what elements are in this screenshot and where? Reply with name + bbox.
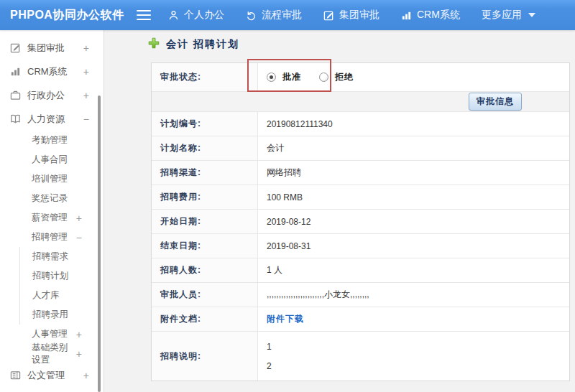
caret-down-icon [528, 13, 535, 17]
sidebar-item-attendance[interactable]: 考勤管理 [0, 131, 104, 150]
sidebar-item-hr[interactable]: 人力资源 − [0, 107, 104, 131]
sidebar-item-label: 人力资源 [27, 113, 65, 126]
row-label: 计划名称: [152, 136, 258, 160]
row-label: 审批人员: [152, 283, 258, 307]
row-value: ,,,,,,,,,,,,,,,,,,,,,,,,小龙女,,,,,,,, [258, 283, 569, 307]
sidebar-item-label: 人事合同 [32, 154, 68, 166]
sidebar-item-training[interactable]: 培训管理 [0, 169, 104, 189]
sidebar-item-crm[interactable]: CRM系统 + [0, 60, 104, 83]
radio-approve[interactable] [267, 73, 276, 82]
sidebar-item-admin-office[interactable]: 行政办公 + [0, 83, 104, 107]
bar-chart-icon [10, 66, 21, 77]
sidebar-item-label: 公文管理 [27, 369, 65, 382]
table-row-description: 招聘说明: 1 2 [152, 332, 569, 381]
sidebar-item-hr-contract[interactable]: 人事合同 [0, 150, 104, 169]
expand-plus-icon[interactable]: + [83, 90, 89, 101]
nav-item-group-approval[interactable]: 集团审批 [323, 9, 380, 22]
nav-item-more-apps[interactable]: 更多应用 [482, 9, 535, 22]
sidebar-item-talent-pool[interactable]: 人才库 [20, 286, 104, 305]
page-title: 会计 招聘计划 [166, 38, 239, 51]
history-icon [246, 10, 257, 21]
add-plus-icon[interactable] [148, 37, 160, 52]
radio-reject[interactable] [319, 73, 328, 82]
sidebar-item-label: CRM系统 [27, 65, 68, 78]
expand-plus-icon[interactable]: + [76, 348, 82, 360]
nav-item-label: 集团审批 [339, 9, 380, 22]
row-label: 计划编号: [152, 112, 258, 136]
expand-plus-icon[interactable]: + [76, 329, 82, 340]
nav-item-label: 个人办公 [184, 9, 224, 22]
sidebar-item-salary[interactable]: 薪资管理 + [0, 208, 104, 228]
expand-plus-icon[interactable]: + [83, 370, 89, 381]
description-line: 1 [267, 342, 272, 352]
table-row-cost: 招聘费用: 100 RMB [152, 185, 569, 210]
expand-plus-icon[interactable]: + [83, 66, 89, 78]
table-row-channel: 招聘渠道: 网络招聘 [152, 161, 569, 185]
table-row-approval-status: 审批状态: 批准 拒绝 [152, 63, 569, 92]
sidebar-item-label: 招聘录用 [32, 309, 68, 321]
briefcase-icon [10, 90, 21, 101]
hamburger-menu-icon[interactable] [137, 0, 151, 30]
row-value: 1 人 [258, 258, 569, 282]
row-label: 审批状态: [152, 63, 258, 91]
sidebar-item-vehicle[interactable]: 用车管理 + [0, 387, 104, 392]
row-value: 2019-08-31 [258, 234, 569, 258]
edit-square-icon [10, 42, 21, 53]
collapse-minus-icon[interactable]: − [76, 232, 82, 243]
sidebar-item-recruit-plan[interactable]: 招聘计划 [20, 266, 104, 286]
sidebar-item-label: 招聘管理 [32, 231, 68, 243]
nav-item-crm[interactable]: CRM系统 [401, 9, 460, 22]
sidebar-item-rewards[interactable]: 奖惩记录 [0, 189, 104, 208]
sidebar-item-label: 薪资管理 [32, 212, 68, 224]
person-icon [168, 10, 179, 21]
breadcrumb: 会计 招聘计划 [148, 37, 239, 52]
sidebar-item-document[interactable]: 公文管理 + [0, 363, 104, 387]
row-label: 招聘人数: [152, 258, 258, 282]
book-icon [10, 113, 21, 124]
row-label: 招聘费用: [152, 185, 258, 209]
nav-item-label: 流程审批 [262, 9, 302, 22]
row-label: 结束日期: [152, 234, 258, 258]
row-value: 100 RMB [258, 185, 569, 209]
nav-item-personal-office[interactable]: 个人办公 [168, 9, 224, 22]
recruitment-submenu: 招聘需求 招聘计划 人才库 招聘录用 [19, 247, 104, 325]
table-row-attachment: 附件文档: 附件下载 [152, 307, 569, 332]
expand-plus-icon[interactable]: + [76, 213, 82, 224]
radio-approve-label: 批准 [282, 71, 301, 83]
expand-plus-icon[interactable]: + [83, 42, 89, 54]
sidebar-item-recruit-hire[interactable]: 招聘录用 [20, 305, 104, 325]
collapse-minus-icon[interactable]: − [83, 113, 89, 125]
sidebar-item-recruitment[interactable]: 招聘管理 − [0, 228, 104, 247]
app-logo[interactable]: PHPOA协同办公软件 [0, 8, 137, 23]
sidebar-item-label: 考勤管理 [32, 134, 68, 146]
nav-item-workflow-approval[interactable]: 流程审批 [246, 9, 302, 22]
sidebar-item-label: 基础类别设置 [32, 342, 76, 366]
row-label: 招聘渠道: [152, 161, 258, 185]
sidebar-scrollbar[interactable] [98, 95, 101, 392]
recruitment-plan-detail-table: 审批状态: 批准 拒绝 审批信息 计划编号: 20190812111340 计划… [151, 62, 570, 381]
table-row-approvers: 审批人员: ,,,,,,,,,,,,,,,,,,,,,,,,小龙女,,,,,,,… [152, 283, 569, 307]
sidebar-item-label: 人事管理 [32, 328, 68, 340]
approval-info-button[interactable]: 审批信息 [469, 93, 522, 111]
row-value: 会计 [258, 136, 569, 160]
sidebar-item-label: 奖惩记录 [32, 192, 68, 205]
sidebar-item-label: 行政办公 [27, 89, 65, 102]
table-row-end-date: 结束日期: 2019-08-31 [152, 234, 569, 258]
sidebar-item-recruit-demand[interactable]: 招聘需求 [20, 247, 104, 266]
edit-square-icon [323, 10, 334, 21]
table-row-headcount: 招聘人数: 1 人 [152, 258, 569, 283]
sidebar-item-base-category[interactable]: 基础类别设置 + [0, 344, 104, 363]
description-line: 2 [267, 361, 272, 371]
attachment-download-link[interactable]: 附件下载 [267, 313, 304, 325]
sidebar-item-group-approval[interactable]: 集团审批 + [0, 36, 104, 60]
sidebar-item-label: 集团审批 [27, 42, 65, 55]
row-value: 网络招聘 [258, 161, 569, 185]
document-icon [10, 370, 21, 381]
sidebar-item-label: 招聘需求 [32, 251, 68, 263]
row-label: 附件文档: [152, 307, 258, 331]
row-label: 招聘说明: [152, 332, 258, 381]
row-label: 开始日期: [152, 210, 258, 233]
row-value: 20190812111340 [258, 112, 569, 136]
table-row-plan-number: 计划编号: 20190812111340 [152, 112, 569, 136]
sidebar-item-label: 人才库 [32, 289, 60, 302]
